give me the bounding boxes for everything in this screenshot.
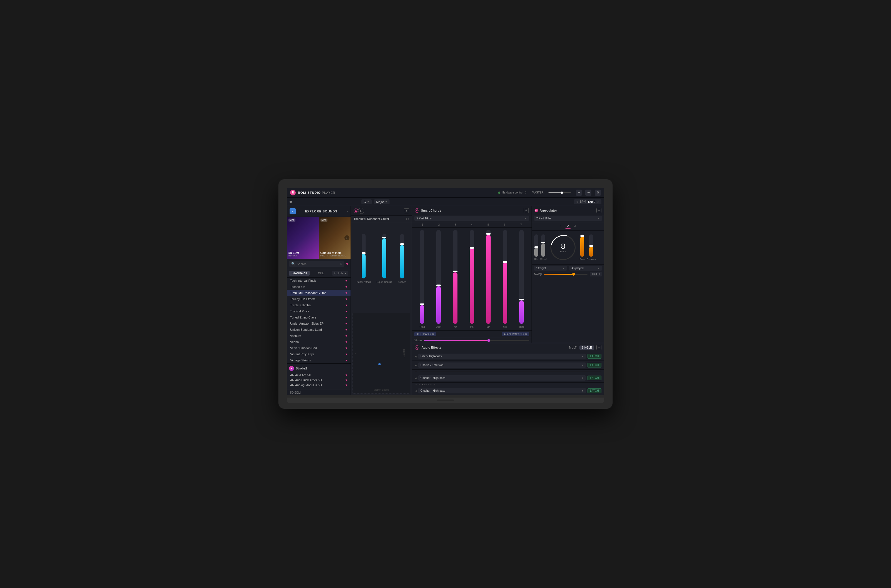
- list-item[interactable]: Under Amazon Skies EP♥: [287, 321, 351, 327]
- tab-multi[interactable]: MULTI: [567, 345, 579, 350]
- chord-slider-track-3[interactable]: [453, 230, 458, 324]
- search-input[interactable]: [297, 262, 338, 266]
- right-panels: ⏻ Smart Chords + 2 Part 16ths ▼: [412, 206, 604, 395]
- effect-select-4[interactable]: Crusher - High-pass ▼: [418, 388, 586, 393]
- strobe-item[interactable]: AR Ana Pluck Arper 5D♥: [289, 378, 348, 382]
- fx-header: ⏻ E +: [351, 206, 412, 216]
- chord-slider-track-2[interactable]: [436, 230, 441, 324]
- effect-select-1[interactable]: Filter - High-pass ▼: [418, 354, 586, 359]
- chord-slider-6: 6th: [497, 230, 513, 328]
- list-item[interactable]: Velvet Emotion Pad♥: [287, 345, 351, 351]
- list-item[interactable]: Touchy FM Effects♥: [287, 296, 351, 302]
- arp-slider-rate: Rate: [579, 234, 585, 261]
- arp-hits-track[interactable]: [534, 234, 538, 257]
- list-item[interactable]: Tuned Ethno Clave♥: [287, 314, 351, 321]
- effect-select-3[interactable]: Crusher - High-pass ▼: [418, 375, 586, 381]
- list-item[interactable]: Vibrant Poly Keys♥: [287, 351, 351, 357]
- hold-button[interactable]: HOLD: [590, 272, 602, 276]
- undo-button[interactable]: ↩: [576, 190, 582, 196]
- chord-slider-track-4[interactable]: [470, 230, 474, 324]
- fx-slider-track-3[interactable]: [400, 234, 404, 278]
- chord-slider-1: Triad: [414, 230, 430, 328]
- latch-button-2[interactable]: LATCH: [588, 363, 602, 368]
- fx-next-arrow[interactable]: ›: [408, 217, 409, 221]
- swing-slider[interactable]: [544, 274, 588, 275]
- preset-card-edm[interactable]: MPE 5D EDM by ROLI: [287, 217, 319, 259]
- arp-power-dot[interactable]: ⏻: [535, 209, 538, 212]
- fx-slider-track-1[interactable]: [362, 234, 366, 278]
- bottom-bar: 5D EDM: [287, 390, 351, 395]
- list-item[interactable]: Veena♥: [287, 339, 351, 345]
- latch-button-3[interactable]: LATCH: [588, 376, 602, 380]
- strobe-item[interactable]: AR Acid Arp 5D♥: [289, 372, 348, 378]
- filter-dropdown[interactable]: FILTER ▼: [332, 271, 348, 276]
- arp-tab-1[interactable]: 1: [558, 224, 564, 229]
- scale-selector[interactable]: Major ▼: [374, 200, 390, 204]
- effect-arrow-2[interactable]: ◂: [415, 363, 417, 367]
- arp-add-button[interactable]: +: [596, 208, 602, 213]
- preset-list: Tech Interval Pluck♥ Techno 5th♥ Timbukt…: [287, 278, 351, 363]
- chords-power-button[interactable]: ⏻: [415, 208, 419, 213]
- search-clear-icon[interactable]: ✕: [340, 262, 342, 266]
- list-item[interactable]: Vintage Strings♥: [287, 357, 351, 363]
- right-top: ⏻ Smart Chords + 2 Part 16ths ▼: [412, 206, 604, 343]
- audio-power-button[interactable]: ⏻: [415, 345, 419, 350]
- strobe-item[interactable]: AR Analog Modulus 5D♥: [289, 382, 348, 387]
- motion-left-arrow[interactable]: ‹: [355, 352, 356, 355]
- list-item[interactable]: Tech Interval Pluck♥: [287, 278, 351, 284]
- redo-button[interactable]: ↪: [585, 190, 591, 196]
- effect-arrow-4[interactable]: ◂: [415, 389, 417, 393]
- arp-octaves-track[interactable]: [589, 234, 593, 257]
- effect-arrow-3[interactable]: ◂: [415, 376, 417, 380]
- card-nav-arrow[interactable]: ›: [344, 235, 350, 240]
- chord-slider-track-1[interactable]: [420, 230, 424, 324]
- list-item[interactable]: Techno 5th♥: [287, 284, 351, 290]
- tab-standard[interactable]: STANDARD: [289, 271, 310, 276]
- multi-single-tabs: MULTI SINGLE: [567, 345, 594, 350]
- fx-slider-track-2[interactable]: [382, 234, 386, 278]
- adpt-voicing-tag[interactable]: ADPT VOICING ✕: [502, 332, 530, 336]
- title-bar: R ROLI STUDIO PLAYER Hardware control 0 …: [287, 188, 604, 198]
- settings-button[interactable]: ⚙: [595, 190, 601, 196]
- chord-slider-track-5[interactable]: [486, 230, 490, 324]
- latch-button-4[interactable]: LATCH: [588, 388, 602, 393]
- effect-arrow-1[interactable]: ◂: [415, 354, 417, 358]
- fx-e-badge[interactable]: E: [358, 208, 364, 214]
- add-bass-tag[interactable]: ADD BASS ✕: [414, 332, 436, 336]
- as-played-dropdown[interactable]: As played ▼: [569, 266, 602, 271]
- latch-button-1[interactable]: LATCH: [588, 354, 602, 358]
- hardware-control: Hardware control 0: [498, 191, 526, 194]
- arp-part-dropdown[interactable]: 2 Part 16ths ▼: [534, 216, 602, 221]
- arp-tab-3[interactable]: 3: [573, 224, 578, 229]
- chord-slider-track-6[interactable]: [503, 230, 507, 324]
- list-item-active[interactable]: Timbuktu Resonant Guitar♥: [287, 290, 351, 296]
- audio-add-button[interactable]: +: [596, 345, 602, 350]
- tab-single[interactable]: SINGLE: [579, 345, 594, 350]
- arp-offset-track[interactable]: [541, 234, 545, 257]
- fx-preset-name: Timbuktu Resonant Guitar: [354, 217, 389, 220]
- fx-power-button[interactable]: ⏻: [354, 208, 358, 213]
- card-edm-by: by ROLI: [288, 255, 299, 257]
- list-item[interactable]: Unison Bandpass Lead♥: [287, 327, 351, 333]
- arp-tab-2[interactable]: 2: [566, 224, 570, 229]
- bpm-control[interactable]: ◁ BPM 120.0 ▷: [574, 200, 602, 204]
- straight-dropdown[interactable]: Straight ▼: [534, 266, 567, 271]
- list-item[interactable]: Tropical Pluck♥: [287, 308, 351, 314]
- list-item[interactable]: Vacuum♥: [287, 333, 351, 339]
- fx-prev-arrow[interactable]: ‹: [406, 217, 407, 221]
- chords-add-button[interactable]: +: [524, 208, 529, 213]
- audio-effects-title: Audio Effects: [422, 346, 441, 349]
- chord-slider-track-7[interactable]: [519, 230, 524, 324]
- chords-part-dropdown[interactable]: 2 Part 16ths ▼: [414, 216, 529, 221]
- chord-slider-3: 7th: [447, 230, 463, 328]
- list-item[interactable]: Treble Kalimba♥: [287, 302, 351, 308]
- tab-mpe[interactable]: MPE: [311, 271, 332, 276]
- fx-add-button[interactable]: +: [404, 208, 409, 213]
- arp-rate-track[interactable]: [580, 234, 584, 257]
- app-title: ROLI STUDIO PLAYER: [298, 191, 336, 194]
- master-slider[interactable]: [549, 192, 571, 193]
- strum-slider[interactable]: [424, 340, 529, 341]
- effect-select-2[interactable]: Chorus - Emulsion ▼: [418, 363, 586, 368]
- key-selector[interactable]: C ▼: [362, 200, 372, 204]
- favorites-heart-icon[interactable]: ♥: [346, 262, 348, 266]
